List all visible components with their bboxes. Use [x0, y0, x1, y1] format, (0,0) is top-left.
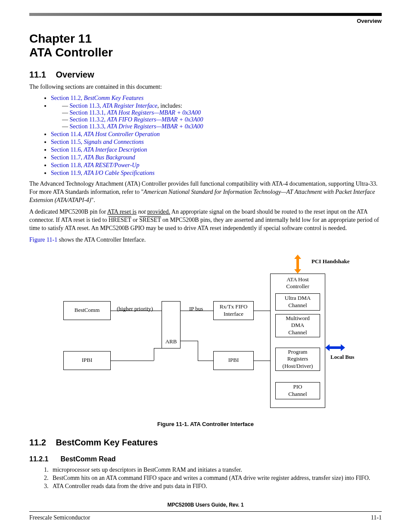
- footer-left: Freescale Semiconductor: [29, 514, 90, 521]
- xref-title: ATA Bus Background: [84, 154, 135, 161]
- diagram-box-bestcomm: BestComm: [63, 301, 111, 320]
- xref-sec: Section 11.2,: [51, 95, 84, 101]
- xref-title: ATA FIFO Registers—MBAR + 0x3A00: [107, 116, 203, 123]
- text-overline: SRESET: [139, 217, 161, 223]
- diagram-box-arb: ARB: [162, 301, 181, 348]
- diagram-box-fifo: Rx/Tx FIFO Interface: [213, 301, 254, 320]
- toc-item: Section 11.5, Signals and Connections: [51, 139, 382, 146]
- xref-link[interactable]: Figure 11-1: [29, 236, 57, 243]
- connector: [198, 361, 213, 361]
- text-underline: provided.: [147, 208, 170, 215]
- xref-title: ATA Drive Registers—MBAR + 0x3A00: [107, 123, 203, 130]
- toc-list: Section 11.2, BestComm Key Features Sect…: [51, 95, 382, 177]
- toc-item: Section 11.9, ATA I/O Cable Specificatio…: [51, 170, 382, 177]
- chapter-title: ATA Controller: [29, 46, 113, 59]
- chapter-heading: Chapter 11 ATA Controller: [29, 32, 382, 59]
- text-italic: not: [137, 208, 147, 215]
- connector: [181, 311, 213, 311]
- diagram-box-mwdma: Multiword DMA Channel: [275, 314, 320, 337]
- xref-sec: Section 11.3,: [70, 103, 103, 109]
- toc-subitem: Section 11.3.2, ATA FIFO Registers—MBAR …: [62, 116, 382, 123]
- toc-item: Section 11.8, ATA RESET/Power-Up: [51, 162, 382, 169]
- connector: [254, 311, 270, 311]
- toc-subitem: Section 11.3.3, ATA Drive Registers—MBAR…: [62, 123, 382, 130]
- xref-sec: Section 11.3.2,: [70, 116, 107, 123]
- diagram-box-pio: PIO Channel: [275, 382, 320, 399]
- xref-title: ATA I/O Cable Specifications: [84, 170, 154, 176]
- body-paragraph: A dedicated MPC5200B pin for ATA reset i…: [29, 208, 382, 233]
- xref-sec: Section 11.9,: [51, 170, 84, 176]
- footer-doc-title: MPC5200B Users Guide, Rev. 1: [29, 502, 382, 508]
- xref-link[interactable]: Section 11.6, ATA Interface Description: [51, 146, 147, 153]
- xref-link[interactable]: Section 11.3, ATA Register Interface: [70, 103, 158, 109]
- xref-link[interactable]: Section 11.3.1, ATA Host Registers—MBAR …: [70, 109, 201, 116]
- toc-item: Section 11.2, BestComm Key Features: [51, 95, 382, 102]
- toc-item: Section 11.3, ATA Register Interface, in…: [51, 103, 382, 130]
- body-paragraph: The Advanced Technology Attachment (ATA)…: [29, 180, 382, 205]
- page-footer: Freescale Semiconductor 11-1: [29, 511, 382, 521]
- text: A dedicated MPC5200B pin for: [29, 208, 107, 215]
- double-arrow-vertical-icon: [295, 255, 300, 274]
- list-item: ATA Controller reads data from the drive…: [50, 483, 382, 490]
- diagram-box-ipbi-mid: IPBI: [213, 351, 254, 370]
- diagram-label-pci: PCI Handshake: [311, 258, 350, 265]
- xref-title: Signals and Connections: [84, 139, 143, 145]
- diagram-label-ipbus: IP bus: [189, 305, 203, 312]
- numbered-list: microprocessor sets up descriptors in Be…: [46, 467, 382, 490]
- text: or: [131, 217, 140, 223]
- xref-link[interactable]: Section 11.5, Signals and Connections: [51, 139, 144, 145]
- section-title: BestComm Read: [60, 455, 115, 463]
- footer-page-number: 11-1: [371, 514, 382, 521]
- figure-caption: Figure 11-1. ATA Controller Interface: [29, 421, 382, 427]
- connector: [181, 341, 198, 341]
- diagram-box-prog: Program Registers (Host/Driver): [275, 348, 320, 371]
- connector: [154, 348, 154, 361]
- xref-title: ATA RESET/Power-Up: [84, 162, 139, 168]
- list-item: BestComm hits on an ATA command FIFO spa…: [50, 475, 382, 482]
- header-rule: [29, 13, 382, 16]
- diagram-label-localbus: Local Bus: [330, 354, 354, 361]
- connector: [111, 311, 162, 311]
- xref-sec: Section 11.7,: [51, 154, 84, 161]
- xref-sec: Section 11.6,: [51, 146, 84, 153]
- section-features-heading: 11.2 BestComm Key Features: [29, 438, 382, 448]
- diagram-label-ata-host: ATA Host Controller: [270, 276, 325, 290]
- section-overview-heading: 11.1 Overview: [29, 70, 382, 80]
- list-item: microprocessor sets up descriptors in Be…: [50, 467, 382, 473]
- xref-link[interactable]: Section 11.3.3, ATA Drive Registers—MBAR…: [70, 123, 203, 130]
- chapter-number: Chapter 11: [29, 32, 92, 45]
- toc-subitem: Section 11.3, ATA Register Interface, in…: [62, 103, 382, 109]
- xref-title: ATA Host Registers—MBAR + 0x3A00: [107, 109, 201, 116]
- xref-link[interactable]: Section 11.8, ATA RESET/Power-Up: [51, 162, 139, 168]
- subsection-read-heading: 11.2.1 BestComm Read: [29, 455, 382, 463]
- text-overline: HRESET: [109, 217, 131, 223]
- text-underline: ATA reset is: [107, 208, 137, 215]
- xref-sec: Section 11.3.1,: [70, 109, 107, 116]
- section-number: 11.2.1: [29, 455, 59, 463]
- xref-link[interactable]: Section 11.7, ATA Bus Background: [51, 154, 135, 161]
- connector: [198, 341, 198, 361]
- toc-item: Section 11.7, ATA Bus Background: [51, 154, 382, 161]
- toc-item: Section 11.4, ATA Host Controller Operat…: [51, 131, 382, 138]
- xref-title: ATA Interface Description: [84, 146, 147, 153]
- text: shows the ATA Controller Interface.: [57, 236, 146, 243]
- section-title: Overview: [56, 70, 94, 79]
- toc-subitem: Section 11.3.1, ATA Host Registers—MBAR …: [62, 109, 382, 116]
- diagram-label-higher: (higher priority): [117, 305, 153, 312]
- diagram-box-udma: Ultra DMA Channel: [275, 293, 320, 311]
- overview-intro: The following sections are contained in …: [29, 83, 382, 91]
- xref-sec: Section 11.5,: [51, 139, 84, 145]
- connector: [111, 361, 154, 361]
- xref-title: ATA Host Controller Operation: [84, 131, 159, 137]
- header-section-label: Overview: [29, 18, 382, 24]
- xref-link[interactable]: Section 11.2, BestComm Key Features: [51, 95, 143, 101]
- section-number: 11.1: [29, 70, 53, 80]
- text: ".: [91, 197, 95, 203]
- xref-link[interactable]: Section 11.9, ATA I/O Cable Specificatio…: [51, 170, 155, 176]
- xref-link[interactable]: Section 11.3.2, ATA FIFO Registers—MBAR …: [70, 116, 203, 123]
- xref-title: BestComm Key Features: [84, 95, 143, 101]
- section-title: BestComm Key Features: [56, 438, 158, 447]
- section-number: 11.2: [29, 438, 53, 448]
- xref-link[interactable]: Section 11.4, ATA Host Controller Operat…: [51, 131, 160, 137]
- toc-suffix: , includes:: [157, 103, 182, 109]
